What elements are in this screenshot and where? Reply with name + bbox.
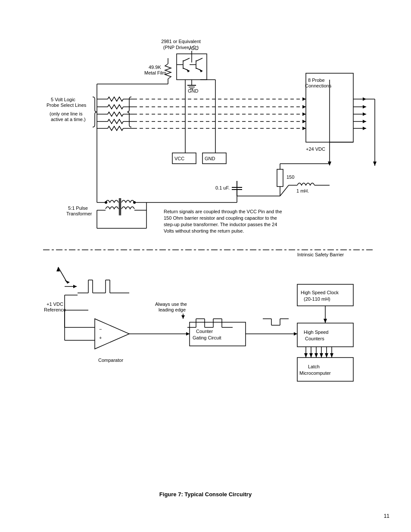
- svg-marker-29: [302, 105, 306, 109]
- reference-label2: Reference: [44, 307, 66, 312]
- metal-film-label: 49.9K: [149, 65, 161, 70]
- svg-rect-136: [297, 323, 353, 347]
- svg-marker-146: [325, 353, 328, 358]
- latch-label2: Microcomputer: [299, 370, 331, 376]
- leading-edge-label: Always use the: [155, 302, 187, 307]
- svg-marker-104: [95, 319, 129, 349]
- svg-marker-132: [294, 332, 297, 336]
- resistor-label: 150: [286, 174, 294, 180]
- svg-marker-148: [330, 353, 333, 358]
- logic-lines-label2: Probe Select Lines: [47, 103, 87, 108]
- return-text1: Return signals are coupled through the V…: [164, 209, 282, 214]
- svg-rect-133: [297, 284, 353, 306]
- svg-rect-123: [190, 322, 246, 346]
- return-text4: Volts without shorting the return pulse.: [164, 228, 244, 233]
- svg-marker-102: [65, 280, 70, 283]
- minus-symbol: −: [99, 327, 102, 332]
- svg-rect-63: [277, 169, 283, 187]
- svg-marker-41: [302, 120, 306, 123]
- probe-connections-label2: Connections: [305, 83, 332, 88]
- svg-marker-100: [73, 285, 77, 288]
- comparator-label: Comparator: [98, 358, 123, 363]
- svg-marker-135: [324, 319, 327, 323]
- counter-gating-label2: Gating Circuit: [193, 335, 221, 340]
- svg-marker-140: [309, 353, 313, 358]
- svg-marker-152: [373, 162, 377, 166]
- logic-lines-label: 5 Volt Logic: [51, 97, 75, 102]
- return-text2: 150 Ohm barrier resistor and coupling ca…: [164, 215, 277, 221]
- svg-marker-37: [363, 112, 366, 116]
- svg-marker-138: [304, 353, 308, 358]
- inductor-label: 1 mH.: [296, 188, 309, 193]
- return-text3: step-up pulse transformer. The inductor …: [164, 222, 277, 227]
- high-speed-clock-label: High Speed Clock: [301, 290, 339, 295]
- leading-edge-label2: leading edge: [159, 307, 186, 312]
- transformer-label: 5:1 Pulse: [68, 205, 88, 211]
- figure-container: 2981 or Equivalent (PNP Driver I.C.) 49.…: [22, 17, 389, 498]
- safety-barrier-label: Intrinsic Safety Barrier: [297, 252, 344, 257]
- high-speed-counters-label: High Speed: [304, 330, 329, 335]
- svg-marker-31: [363, 105, 366, 109]
- svg-marker-112: [181, 315, 185, 319]
- svg-rect-149: [297, 358, 353, 381]
- probe-connections-label: 8 Probe: [308, 78, 325, 83]
- vcc2-label: VCC: [174, 156, 184, 161]
- gnd-label: GND: [188, 88, 199, 93]
- svg-marker-125: [186, 332, 190, 336]
- svg-marker-49: [363, 127, 366, 130]
- counter-gating-label: Counter: [196, 329, 213, 334]
- svg-line-11: [196, 58, 202, 61]
- plus-symbol: +: [99, 335, 102, 340]
- vcc-label: VCC: [188, 46, 198, 51]
- svg-marker-142: [314, 353, 318, 358]
- metal-film-label2: Metal Film: [144, 70, 166, 75]
- reference-label: +1 VDC: [47, 302, 63, 307]
- svg-marker-25: [363, 97, 366, 101]
- page-number: 11: [384, 513, 389, 519]
- high-speed-clock-label2: (20-110 mH): [304, 296, 330, 302]
- page-container: 2981 or Equivalent (PNP Driver I.C.) 49.…: [0, 0, 411, 532]
- svg-line-6: [183, 58, 190, 61]
- high-speed-counters-label2: Counters: [305, 336, 324, 341]
- gnd2-label: GND: [205, 156, 215, 161]
- svg-marker-43: [363, 120, 366, 123]
- transformer-label2: Transformer: [66, 211, 92, 216]
- svg-marker-47: [302, 127, 306, 130]
- logic-lines-label4: active at a time.): [51, 117, 86, 122]
- latch-label: Latch: [308, 364, 320, 369]
- svg-marker-23: [302, 97, 306, 101]
- svg-marker-35: [302, 112, 306, 116]
- circuit-diagram: 2981 or Equivalent (PNP Driver I.C.) 49.…: [22, 17, 389, 482]
- plus24-label: +24 VDC: [306, 146, 325, 152]
- svg-marker-144: [320, 353, 323, 358]
- logic-lines-label3: (only one line is: [50, 111, 83, 116]
- ic-label: 2981 or Equivalent: [161, 39, 201, 44]
- capacitor-label: 0.1 uF.: [215, 185, 230, 190]
- figure-caption: Figure 7: Typical Console Circuitry: [22, 491, 389, 498]
